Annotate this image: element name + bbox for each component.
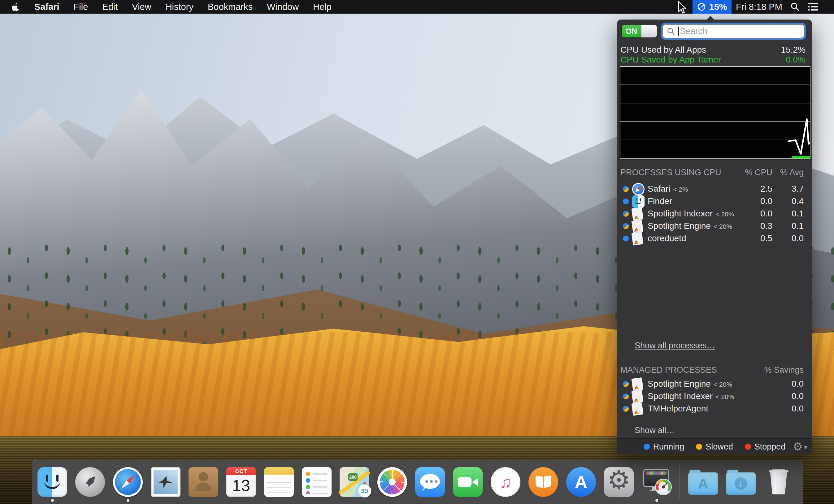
apple-logo-icon (12, 2, 20, 12)
stopped-label: Stopped (754, 442, 786, 452)
chevron-down-icon (804, 442, 807, 452)
dock-app-tamer-icon[interactable] (642, 467, 672, 497)
menu-app-name[interactable]: Safari (27, 0, 67, 14)
executable-doc-icon (631, 207, 643, 221)
col-cpu-header: % CPU (745, 167, 772, 178)
cpu-saved-label: CPU Saved by App Tamer (620, 55, 721, 65)
show-all-managed-link[interactable]: Show all… (635, 425, 675, 436)
legend-stopped: Stopped (745, 442, 786, 452)
process-limit: < 20% (714, 223, 732, 230)
menu-view[interactable]: View (125, 0, 158, 14)
status-dot-running-slowed (623, 393, 629, 399)
maps-3d-badge: 3D (358, 484, 371, 498)
process-savings: 0.0 (770, 402, 804, 415)
menu-file[interactable]: File (67, 0, 95, 14)
cpu-used-stat: CPU Used by All Apps 15.2% (620, 45, 806, 54)
process-avg: 0.1 (776, 220, 804, 232)
notification-center-menu-item[interactable] (804, 0, 821, 14)
status-dot-running-slowed (623, 381, 629, 387)
section-divider (619, 357, 810, 357)
search-field[interactable] (662, 24, 804, 38)
status-dot-running (623, 236, 629, 241)
menu-window[interactable]: Window (260, 0, 306, 14)
dock-appstore-icon[interactable] (566, 467, 596, 497)
managed-row-tmhelperagent[interactable]: TMHelperAgent 0.0 (617, 402, 812, 415)
dock-safari-icon[interactable] (113, 467, 143, 497)
dock-trash-icon[interactable] (764, 467, 793, 497)
status-dot-running-slowed (623, 211, 629, 217)
process-row-spotlight-indexer[interactable]: Spotlight Indexer< 20% 0.0 0.1 (617, 207, 812, 220)
dock-separator (680, 465, 680, 499)
dock-messages-icon[interactable] (415, 467, 445, 497)
process-name: Finder (648, 196, 672, 206)
managed-row-spotlight-indexer[interactable]: Spotlight Indexer< 20% 0.0 (617, 390, 812, 402)
dock-reminders-icon[interactable] (302, 467, 332, 497)
process-avg: 0.0 (776, 232, 804, 245)
process-name: coreduetd (648, 234, 686, 243)
process-name: Spotlight Indexer (648, 209, 712, 218)
process-cpu: 0.5 (738, 232, 772, 245)
dock-downloads-folder-icon[interactable] (726, 469, 756, 499)
dock-itunes-icon[interactable] (491, 467, 520, 497)
apple-menu-icon[interactable] (4, 0, 27, 14)
managed-title: MANAGED PROCESSES (620, 365, 717, 375)
running-indicator-dot (51, 499, 54, 502)
menu-help[interactable]: Help (306, 0, 339, 14)
photos-flower (380, 469, 404, 495)
menu-history[interactable]: History (158, 0, 201, 14)
popover-arrow (706, 16, 715, 20)
dock-launchpad-icon[interactable] (75, 467, 105, 497)
process-row-spotlight-engine[interactable]: Spotlight Engine< 20% 0.3 0.1 (617, 220, 812, 232)
dock-mail-icon[interactable] (151, 467, 180, 497)
menu-bookmarks[interactable]: Bookmarks (201, 0, 260, 14)
app-tamer-popover: ON CPU Used by All Apps 15.2% CPU Saved … (617, 20, 812, 454)
process-row-safari[interactable]: Safari< 2% 2.5 3.7 (617, 183, 812, 195)
dock-ibooks-icon[interactable] (528, 467, 558, 497)
dock-applications-folder-icon[interactable] (688, 469, 718, 499)
running-indicator-dot (127, 499, 129, 502)
process-cpu: 0.0 (738, 195, 772, 207)
menu-edit[interactable]: Edit (95, 0, 125, 14)
col-avg-header: % Avg (780, 167, 804, 178)
running-dot (644, 444, 650, 450)
process-row-finder[interactable]: Finder 0.0 0.4 (617, 195, 812, 207)
dock-calendar-icon[interactable]: OCT 13 (226, 467, 256, 497)
cpu-used-line (789, 119, 810, 154)
dock-photos-icon[interactable] (377, 467, 407, 497)
stopped-dot (745, 444, 751, 450)
spotlight-menu-item[interactable] (788, 0, 802, 14)
process-limit: < 20% (714, 381, 732, 388)
settings-menu-button[interactable] (793, 439, 807, 455)
managed-row-spotlight-engine[interactable]: Spotlight Engine< 20% 0.0 (617, 378, 812, 390)
running-label: Running (653, 442, 684, 452)
dock-contacts-icon[interactable] (189, 467, 218, 497)
processes-title: PROCESSES USING CPU (620, 168, 721, 177)
gear-icon (793, 439, 803, 455)
app-tamer-on-toggle[interactable]: ON (622, 25, 657, 38)
download-arrow-icon (734, 477, 747, 490)
process-limit: < 20% (716, 393, 734, 400)
dock-maps-icon[interactable]: 280 3D (339, 467, 369, 497)
dock-facetime-icon[interactable] (453, 467, 483, 497)
executable-doc-icon (631, 232, 643, 245)
app-tamer-menu-extra[interactable]: 15% (693, 0, 731, 14)
process-name: TMHelperAgent (648, 404, 708, 413)
toggle-on-label: ON (622, 25, 641, 38)
process-avg: 3.7 (776, 183, 804, 195)
executable-doc-icon (631, 377, 643, 391)
show-all-processes-link[interactable]: Show all processes… (635, 340, 715, 351)
cpu-saved-stat: CPU Saved by App Tamer 0.0% (620, 55, 806, 64)
process-limit: < 20% (716, 211, 734, 218)
dock-finder-icon[interactable] (38, 467, 67, 497)
process-row-coreduetd[interactable]: coreduetd 0.5 0.0 (617, 232, 812, 245)
search-input[interactable] (662, 24, 804, 38)
slowed-dot (696, 444, 702, 450)
menu-clock[interactable]: Fri 8:18 PM (731, 0, 787, 14)
toggle-knob[interactable] (641, 25, 657, 38)
dock-system-preferences-icon[interactable] (604, 467, 634, 497)
cpu-percent-label: 15% (709, 2, 727, 12)
dock-notes-icon[interactable] (264, 467, 294, 497)
cpu-used-label: CPU Used by All Apps (620, 45, 706, 55)
process-avg: 0.4 (776, 195, 804, 207)
finder-app-icon (632, 195, 644, 208)
